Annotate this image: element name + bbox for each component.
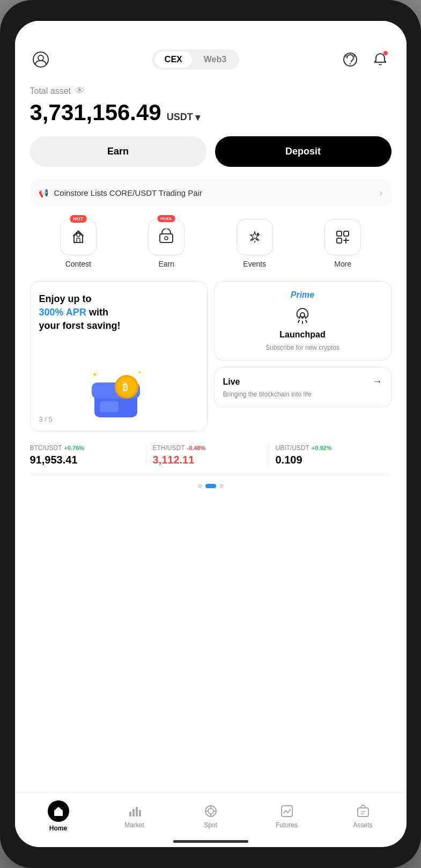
prime-label: Prime [291,290,314,300]
spot-label: Spot [204,821,217,829]
market-icon [127,804,142,819]
announcement-text: Coinstore Lists CORE/USDT Trading Pair [54,188,202,197]
home-icon [48,800,69,822]
svg-text:✦: ✦ [137,370,142,376]
svg-point-28 [208,808,213,814]
launchpad-card[interactable]: Prime Launchpad Subscribe for new crypto… [214,281,392,361]
top-nav: CEX Web3 [15,45,407,77]
notifications-button[interactable] [370,49,391,70]
assets-label: Assets [353,821,372,829]
wallet-image: ✦ ✦ ✦ ₿ [39,366,198,420]
phone-frame: CEX Web3 [0,0,421,868]
svg-rect-4 [77,238,80,242]
svg-point-8 [257,233,259,235]
svg-point-5 [77,233,80,237]
svg-rect-26 [139,810,141,816]
ubit-change: +0.92% [312,445,332,451]
total-asset-text: Total asset [30,86,71,96]
btc-price: 91,953.41 [30,454,146,466]
cex-tab[interactable]: CEX [155,52,192,68]
apr-text: 300% APR [39,307,86,318]
dot-1 [198,484,202,488]
support-button[interactable] [339,49,361,70]
menu-item-more[interactable]: More [299,219,387,268]
card-counter: 3 / 5 [39,415,53,423]
promo-text: Enjoy up to 300% APR with your forst sav… [39,292,198,333]
bottom-nav: Home Market [15,792,407,840]
home-label: Home [49,825,67,832]
asset-currency[interactable]: USDT ▾ [167,112,200,123]
svg-text:✦: ✦ [92,370,98,379]
svg-rect-24 [132,809,135,816]
nav-spot[interactable]: Spot [173,804,249,829]
svg-rect-25 [136,807,138,816]
market-label: Market [124,821,144,829]
svg-point-3 [350,63,351,64]
dot-2 [205,484,216,488]
earn-label: Earn [158,260,174,268]
hot-badge: HOT [70,215,86,223]
futures-label: Futures [276,821,298,829]
deposit-button[interactable]: Deposit [215,136,392,167]
eth-change: -0.48% [187,445,206,451]
announcement-bar[interactable]: 📢 Coinstore Lists CORE/USDT Trading Pair… [30,180,392,206]
svg-rect-30 [358,808,368,816]
right-cards: Prime Launchpad Subscribe for new crypto… [214,281,392,431]
ticker-row: BTC/USDT +0.76% 91,953.41 ETH/USDT -0.48… [30,444,392,475]
earn-button[interactable]: Earn [30,136,206,167]
home-indicator [173,840,248,843]
menu-item-events[interactable]: Events [211,219,299,268]
events-label: Events [243,260,266,268]
ticker-eth[interactable]: ETH/USDT -0.48% 3,112.11 [146,444,269,466]
nav-toggle: CEX Web3 [152,49,239,70]
pagination-dots [30,484,392,488]
svg-rect-10 [344,231,349,236]
svg-rect-23 [129,812,131,816]
spot-icon [203,804,218,819]
eth-pair: ETH/USDT [153,444,185,452]
assets-icon [356,804,371,819]
live-subtitle: Bringing the blockchain into life [223,391,382,398]
live-title: Live [223,377,240,387]
nav-futures[interactable]: Futures [249,804,325,829]
eth-price: 3,112.11 [153,454,269,466]
total-asset-amount: 3,731,156.49 USDT ▾ [30,100,392,126]
launchpad-subtitle: Subscribe for new cryptos [265,344,339,351]
hodl-badge: HODL [158,215,175,222]
nav-assets[interactable]: Assets [325,804,401,829]
asset-amount: 3,731,156.49 [30,100,161,126]
launchpad-title: Launchpad [279,330,325,340]
btc-change: +0.76% [64,445,85,451]
total-asset-label: Total asset 👁 [30,85,392,97]
menu-item-contest[interactable]: HOT Contest [34,219,123,268]
svg-rect-18 [100,401,119,412]
promo-card[interactable]: Enjoy up to 300% APR with your forst sav… [30,281,208,431]
ubit-pair: UBIT/USDT [276,444,309,452]
svg-rect-6 [160,234,173,242]
web3-tab[interactable]: Web3 [194,52,236,68]
content-area: Total asset 👁 3,731,156.49 USDT ▾ Earn D… [15,77,407,792]
nav-home[interactable]: Home [20,800,97,832]
ticker-btc[interactable]: BTC/USDT +0.76% 91,953.41 [30,444,146,466]
live-arrow: → [373,376,382,387]
nav-market[interactable]: Market [97,804,173,829]
ticker-ubit[interactable]: UBIT/USDT +0.92% 0.109 [269,444,392,466]
announcement-chevron: › [380,187,383,198]
profile-button[interactable] [30,49,51,70]
svg-text:₿: ₿ [123,382,128,393]
btc-pair: BTC/USDT [30,444,62,452]
svg-rect-11 [337,238,342,243]
events-icon-box [237,219,273,255]
eye-icon[interactable]: 👁 [75,85,85,97]
menu-item-earn[interactable]: HODL Earn [122,219,211,268]
live-card[interactable]: Live → Bringing the blockchain into life [214,367,392,407]
phone-screen: CEX Web3 [15,21,407,847]
earn-icon-box: HODL [148,219,184,255]
nav-icons [339,49,391,70]
contest-label: Contest [65,260,91,268]
contest-icon-box: HOT [60,219,97,255]
futures-icon [279,804,294,819]
dot-3 [219,484,224,488]
action-buttons: Earn Deposit [30,136,392,167]
svg-rect-9 [337,231,342,236]
